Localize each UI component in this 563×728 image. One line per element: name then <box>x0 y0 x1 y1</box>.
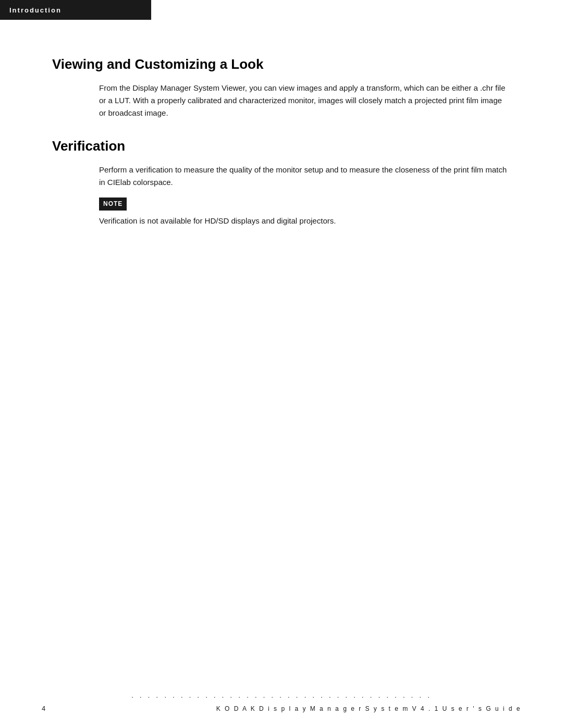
header-bar-label: Introduction <box>9 6 62 14</box>
note-container: NOTE Verification is not available for H… <box>99 197 511 227</box>
header-bar: Introduction <box>0 0 151 20</box>
verification-body-text: Perform a verification to measure the qu… <box>99 164 511 189</box>
section-verification-body: Perform a verification to measure the qu… <box>99 164 511 227</box>
note-text: Verification is not available for HD/SD … <box>99 215 511 227</box>
footer: . . . . . . . . . . . . . . . . . . . . … <box>0 691 563 712</box>
section-viewing-body: From the Display Manager System Viewer, … <box>99 82 511 119</box>
note-label: NOTE <box>99 198 127 211</box>
section-verification-title: Verification <box>52 138 511 154</box>
footer-page-number: 4 <box>42 705 46 712</box>
section-viewing-title: Viewing and Customizing a Look <box>52 56 511 72</box>
section-viewing: Viewing and Customizing a Look From the … <box>52 56 511 119</box>
footer-dots: . . . . . . . . . . . . . . . . . . . . … <box>0 691 563 699</box>
main-content: Viewing and Customizing a Look From the … <box>0 20 563 277</box>
footer-guide-title: K O D A K D i s p l a y M a n a g e r S … <box>216 705 521 712</box>
section-verification: Verification Perform a verification to m… <box>52 138 511 227</box>
footer-text-row: 4 K O D A K D i s p l a y M a n a g e r … <box>0 705 563 712</box>
